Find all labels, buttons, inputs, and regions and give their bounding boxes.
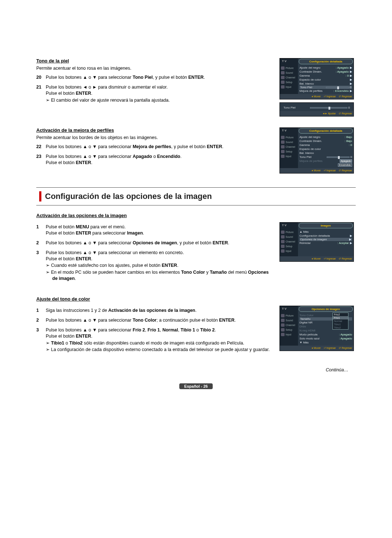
- section-tono-piel: Tono de la piel Permite acentuar el tono…: [36, 58, 356, 117]
- step-number: 21: [36, 84, 46, 103]
- setup-icon: [281, 245, 285, 248]
- step-list: 20 Pulse los botones ▲ o ▼ para seleccio…: [36, 74, 272, 103]
- input-icon: [281, 333, 285, 336]
- step-21: 21 Pulse los botones ◄ o ► para disminui…: [36, 84, 272, 103]
- right-column: T V Configuración detallada Picture Soun…: [279, 58, 356, 117]
- osd-main: Ajuste del negro: Apagado▶ Contraste Din…: [298, 65, 354, 94]
- osd-panel-detail-1: T V Configuración detallada Picture Soun…: [279, 58, 354, 99]
- input-icon: [281, 155, 285, 158]
- step-1: 1 Siga las instrucciones 1 y 2 de Activa…: [36, 307, 272, 314]
- section-ajuste-tono-color: Ajuste del tono de color 1 Siga las inst…: [36, 296, 356, 356]
- step-20: 20 Pulse los botones ▲ o ▼ para seleccio…: [36, 74, 272, 81]
- section-title: Activación de la mejora de perfiles: [36, 127, 272, 133]
- setup-icon: [281, 81, 285, 84]
- left-column: Tono de la piel Permite acentuar el tono…: [36, 58, 279, 107]
- step-23: 23 Pulse los botones ▲ o ▼ para seleccio…: [36, 154, 272, 166]
- input-icon: [281, 85, 285, 89]
- section-title: Activación de las opciones de la imagen: [36, 213, 272, 218]
- step-3: 3 Pulse los botones ▲ o ▼ para seleccion…: [36, 250, 272, 282]
- osd-sidebar: Picture Sound Channel Setup Input: [280, 65, 298, 94]
- sound-icon: [281, 140, 285, 144]
- note: ➢ El cambio del valor de ajuste renovará…: [46, 97, 272, 103]
- osd-footer: ◄► Ajustar ↺ Regresar: [280, 111, 354, 116]
- osd-slider-popup: Tono Piel 0 ◄► Ajustar ↺ Regresar: [279, 102, 354, 117]
- step-3: 3 Pulse los botones ▲ o ▼ para seleccion…: [36, 327, 272, 353]
- main-heading: Configuración de las opciones de la imag…: [45, 192, 212, 201]
- page-number-badge: Español - 26: [179, 383, 213, 389]
- main-heading-wrap: Configuración de las opciones de la imag…: [36, 187, 356, 205]
- osd-tv-label: T V: [280, 58, 298, 65]
- picture-icon: [281, 314, 285, 317]
- input-icon: [281, 249, 285, 253]
- osd-panel-imagen: T V Imagen Picture Sound Channel Setup I…: [279, 222, 354, 262]
- channel-icon: [281, 76, 285, 79]
- picture-icon: [281, 231, 285, 234]
- step-1: 1 Pulse el botón MENU para ver el menú. …: [36, 224, 272, 236]
- section-title: Ajuste del tono de color: [36, 296, 272, 302]
- osd-panel-detail-2: T V Configuración detallada Picture Soun…: [279, 127, 354, 174]
- picture-icon: [281, 136, 285, 139]
- section-desc: Permite acentuar el tono rosa en las imá…: [36, 66, 272, 71]
- heading-accent-bar: [39, 191, 41, 201]
- channel-icon: [281, 323, 285, 327]
- page-footer: Español - 26: [36, 383, 356, 389]
- step-2: 2 Pulse los botones ▲ o ▼ para seleccion…: [36, 317, 272, 323]
- channel-icon: [281, 240, 285, 243]
- section-title: Tono de la piel: [36, 58, 272, 64]
- step-body: Pulse los botones ▲ o ▼ para seleccionar…: [46, 74, 272, 81]
- sound-icon: [281, 319, 285, 322]
- sound-icon: [281, 235, 285, 239]
- step-2: 2 Pulse los botones ▲ o ▼ para seleccion…: [36, 240, 272, 246]
- section-activacion-opciones: Activación de las opciones de la imagen …: [36, 213, 356, 285]
- step-number: 20: [36, 74, 46, 81]
- section-desc: Permite acentuar los bordes de los objet…: [36, 135, 272, 140]
- setup-icon: [281, 150, 285, 153]
- osd-footer: ♦ Mover ⏎ Ingresar ↺ Regresar: [280, 94, 354, 99]
- osd-title: Configuración detallada: [299, 59, 353, 64]
- osd-panel-opciones-imagen: T V Opciones de imagen Picture Sound Cha…: [279, 306, 354, 351]
- step-22: 22 Pulse los botones ▲ o ▼ para seleccio…: [36, 144, 272, 150]
- sound-icon: [281, 71, 285, 74]
- setup-icon: [281, 328, 285, 331]
- section-mejora-perfiles: Activación de la mejora de perfiles Perm…: [36, 127, 356, 176]
- step-body: Pulse los botones ◄ o ► para disminuir o…: [46, 84, 272, 103]
- picture-icon: [281, 66, 285, 70]
- channel-icon: [281, 145, 285, 148]
- continue-text: Continúa…: [36, 367, 356, 372]
- osd-dropdown-popup: Frío2 Frío1 Normal Tibio1 Tibio2: [332, 313, 348, 330]
